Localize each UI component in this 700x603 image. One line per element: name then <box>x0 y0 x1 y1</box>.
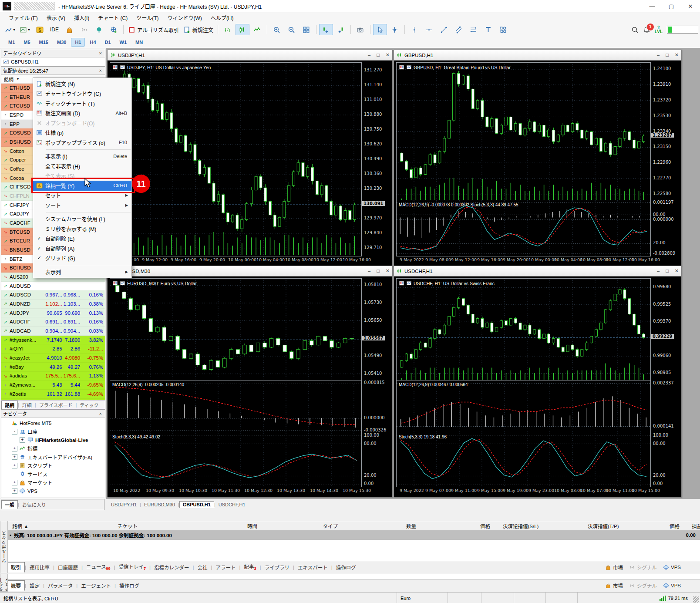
screenshot-button[interactable] <box>353 24 367 35</box>
channel-button[interactable] <box>452 24 466 35</box>
expand-icon[interactable]: + <box>12 454 17 460</box>
bottom-tab-会社[interactable]: 会社 <box>194 563 211 572</box>
search-icon[interactable] <box>631 26 639 34</box>
bottom-tab-エージェント[interactable]: エージェント <box>77 581 114 590</box>
market-watch-row[interactable]: ↗AUDUSD <box>1 282 105 291</box>
market-watch-row[interactable]: ↗#thyssenk...7.17407.18003.82% <box>1 336 105 345</box>
context-menu-item-オプションボード(O)[interactable]: オプションボード(O) <box>33 118 131 128</box>
market-watch-row[interactable]: ↗AUDJPY90.66590.6900.13% <box>1 309 105 318</box>
column-header-1[interactable]: チケット <box>118 522 138 529</box>
text-tool-button[interactable] <box>481 24 495 35</box>
navigator-close-icon[interactable]: × <box>98 411 103 416</box>
chart-close-button[interactable]: ✕ <box>386 268 390 274</box>
zoom-out-button[interactable] <box>285 24 299 35</box>
chart-tab-USDCHF,H1[interactable]: USDCHF,H1 <box>215 502 249 508</box>
timeframe-M30[interactable]: M30 <box>53 38 70 47</box>
bottom-tab-設定[interactable]: 設定 <box>26 581 43 590</box>
market-watch-tab-1[interactable]: 詳細 <box>19 401 35 409</box>
chart-window-USDJPY[interactable]: USDJPY,H1–□✕USDJPY, H1: US Dollar vs Jap… <box>107 50 393 266</box>
market-watch-row[interactable]: ↗AUDSGD0.967...0.968...0.16% <box>1 290 105 300</box>
VPS-link[interactable]: VPS <box>663 564 681 570</box>
chart-plot[interactable]: USDJPY, H1: US Dollar vs Japanese Yen <box>110 62 362 256</box>
signals-button[interactable] <box>77 24 91 35</box>
account-balance-row[interactable]: • 残高: 100 000.00 JPY 有効証拠金: 100 000.00 余… <box>7 530 700 540</box>
fibonacci-button[interactable] <box>467 24 481 35</box>
chart-plot[interactable]: USDCHF, H1: US Dollar vs Swiss FrancMACD… <box>396 278 651 487</box>
bottom-tab-パラメータ[interactable]: パラメータ <box>44 581 76 590</box>
timeframe-M5[interactable]: M5 <box>20 38 34 47</box>
chart-window-titlebar[interactable]: USDCHF,H1–□✕ <box>394 266 681 276</box>
chart-maximize-button[interactable]: □ <box>377 52 380 58</box>
市場-link[interactable]: 市場 <box>605 582 623 589</box>
menu-1[interactable]: 表示 (V) <box>42 13 70 23</box>
menu-2[interactable]: 挿入(I) <box>70 13 94 23</box>
minimize-button[interactable]: — <box>643 0 662 12</box>
chart-close-button[interactable]: ✕ <box>675 52 679 58</box>
chart-close-button[interactable]: ✕ <box>675 268 679 274</box>
bottom-tab-受信トレイ[interactable]: 受信トレイ7 <box>115 562 149 572</box>
timeframe-M15[interactable]: M15 <box>35 38 52 47</box>
column-header-0[interactable]: 銘柄 ▲ <box>12 522 29 529</box>
autoscroll-button[interactable] <box>319 24 333 35</box>
vps-balloon-button[interactable] <box>92 24 106 35</box>
chart-plot[interactable]: EURUSD, M30: Euro vs US DollarMACD(12,26… <box>110 278 362 487</box>
data-window-close-icon[interactable]: × <box>98 51 103 56</box>
bottom-tab-操作ログ[interactable]: 操作ログ <box>116 581 143 590</box>
chart-maximize-button[interactable]: □ <box>377 268 380 274</box>
context-menu-item-ティックチャート (T)[interactable]: ティックチャート (T) <box>33 98 131 108</box>
market-watch-row[interactable]: ↘#easyJet4.90104.9080-0.75% <box>1 354 105 363</box>
column-header-8[interactable]: 価格 <box>670 522 680 529</box>
chart-tab-USDJPY,H1[interactable]: USDJPY,H1 <box>108 502 140 508</box>
line-chart-button[interactable] <box>250 24 264 35</box>
notifications-bell-icon[interactable]: 1 <box>643 26 650 34</box>
chart-minimize-button[interactable]: – <box>368 268 370 274</box>
context-menu-item-自動削除 (E)[interactable]: ✓自動削除 (E) <box>33 234 131 244</box>
timeframe-M1[interactable]: M1 <box>4 38 19 47</box>
market-watch-row[interactable]: •#Zoetis161.32161.88-4.69% <box>1 390 105 399</box>
timeframe-H1[interactable]: H1 <box>71 38 85 47</box>
chart-plot[interactable]: GBPUSD, H1: Great Britain Pound vs US Do… <box>396 62 651 256</box>
bottom-tab-概要[interactable]: 概要 <box>7 580 25 591</box>
strategy-tester-vertical-tab[interactable]: ストラテジーテスター <box>0 574 8 592</box>
column-header-6[interactable]: 決済逆指値(S/L) <box>503 522 538 529</box>
expand-icon[interactable]: + <box>12 463 17 468</box>
context-menu-item-新規注文 (N)[interactable]: 新規注文 (N) <box>33 79 131 89</box>
market-watch-row[interactable]: •#eBay49.2649.270.76% <box>1 363 105 372</box>
navigator-item-指標[interactable]: +指標 <box>3 445 105 453</box>
ide-button[interactable]: IDE <box>47 24 61 35</box>
context-menu-item-グリッド (G)[interactable]: ✓グリッド (G) <box>33 253 131 263</box>
crosshair-button[interactable] <box>388 24 402 35</box>
maximize-button[interactable]: ▢ <box>662 0 681 12</box>
timeframe-D1[interactable]: D1 <box>101 38 115 47</box>
symbol-list-button[interactable]: $ <box>33 24 47 35</box>
column-header-5[interactable]: 価格 <box>480 522 490 529</box>
menu-0[interactable]: ファイル (F) <box>4 13 42 23</box>
context-menu-item-ソート[interactable]: ソート▶ <box>33 200 131 210</box>
context-menu-item-セット[interactable]: セット▶ <box>33 191 131 201</box>
bottom-tab-指標カレンダー[interactable]: 指標カレンダー <box>151 563 193 572</box>
menu-6[interactable]: ヘルプ(H) <box>206 13 238 23</box>
toolbox-vertical-tab[interactable]: ツールボックス <box>0 521 8 573</box>
シグナル-link[interactable]: シグナル <box>629 564 657 571</box>
bottom-tab-ライブラリ[interactable]: ライブラリ <box>261 563 293 572</box>
chart-window-EURUSD[interactable]: EURUSD,M30–□✕EURUSD, M30: Euro vs US Dol… <box>107 266 393 497</box>
chart-tab-EURUSD,M30[interactable]: EURUSD,M30 <box>141 502 178 508</box>
context-menu-item-板注文画面 (D)[interactable]: 板注文画面 (D)Alt+B <box>33 108 131 118</box>
expand-icon[interactable]: + <box>12 488 17 494</box>
market-watch-row[interactable]: ↘#adidas175.5...175.6...1.13% <box>1 372 105 381</box>
context-menu-item-仕様 (p)[interactable]: 仕様 (p) <box>33 128 131 138</box>
vline-button[interactable] <box>407 24 421 35</box>
context-menu-item-銘柄一覧 (Y)[interactable]: $銘柄一覧 (Y)Ctrl+U <box>33 181 131 191</box>
candles-button[interactable] <box>236 24 249 35</box>
navigator-item-マーケット[interactable]: +マーケット <box>3 478 105 487</box>
navigator-item-スクリプト[interactable]: +スクリプト <box>3 462 105 470</box>
column-header-2[interactable]: 時間 <box>247 522 257 529</box>
bottom-tab-操作ログ[interactable]: 操作ログ <box>333 563 360 572</box>
column-header-7[interactable]: 決済指値(T/P) <box>588 522 619 529</box>
navigator-tab-1[interactable]: お気に入り <box>19 501 49 509</box>
chart-close-button[interactable]: ✕ <box>386 52 390 58</box>
market-watch-tab-0[interactable]: 銘柄 <box>1 401 18 409</box>
market-watch-close-icon[interactable]: × <box>98 68 103 73</box>
menu-4[interactable]: ツール(T) <box>132 13 163 23</box>
VPS-link[interactable]: VPS <box>663 583 681 589</box>
